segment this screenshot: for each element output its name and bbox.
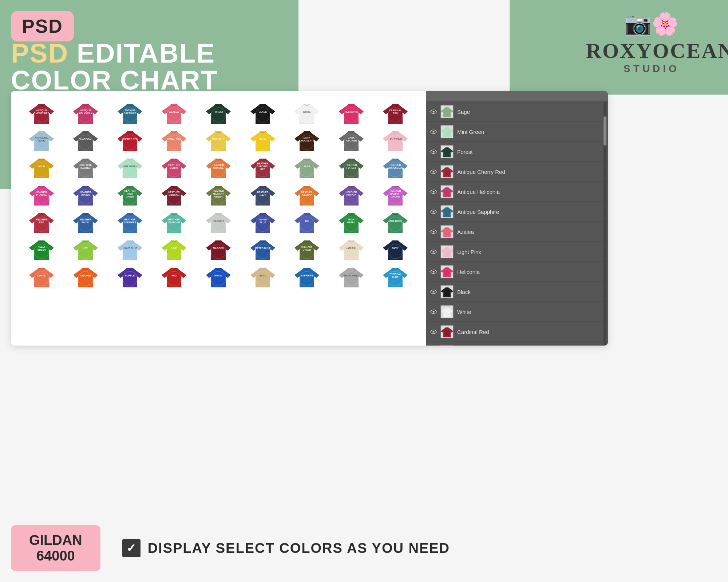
svg-marker-46 [73, 131, 98, 151]
layers-scrollbar[interactable] [604, 102, 606, 346]
layer-item[interactable]: Cardinal Red [426, 322, 608, 342]
svg-text:CARDINAL: CARDINAL [257, 165, 269, 168]
layer-thumbnail [440, 345, 454, 346]
svg-text:HEATHER: HEATHER [169, 218, 180, 221]
layer-item[interactable]: Heliconia [426, 262, 608, 282]
layer-item[interactable]: Mint Green [426, 122, 608, 142]
svg-marker-20 [206, 104, 231, 124]
layer-item[interactable]: Antique Heliconia [426, 182, 608, 202]
svg-text:RED: RED [260, 168, 265, 171]
svg-text:PURPLE: PURPLE [125, 274, 135, 277]
svg-text:ORANGE: ORANGE [80, 274, 91, 277]
layer-visibility-icon[interactable] [430, 228, 438, 236]
svg-text:IRIS: IRIS [305, 220, 309, 222]
layer-name-label: Heliconia [457, 269, 480, 275]
layer-visibility-icon[interactable] [430, 108, 438, 116]
svg-text:HEATHER: HEATHER [390, 190, 401, 192]
tshirt-grid-section: ANTIQUECHERRY RED ANTIQUEHELICONIA [11, 91, 426, 346]
svg-marker-263 [162, 268, 186, 287]
svg-text:HEATHER: HEATHER [213, 190, 224, 192]
svg-text:CORNSILK: CORNSILK [212, 138, 225, 140]
svg-text:METRO BLUE: METRO BLUE [255, 247, 271, 250]
layer-item[interactable]: White [426, 302, 608, 322]
layer-item[interactable]: Light Pink [426, 242, 608, 262]
tshirt-item: HEATHERRED [20, 209, 63, 235]
svg-text:GREEN: GREEN [347, 221, 355, 224]
layer-thumbnail [440, 265, 454, 278]
svg-text:SAND: SAND [259, 274, 266, 277]
tshirt-item: CAROLINABLUE [20, 127, 63, 153]
svg-text:NAVY: NAVY [392, 247, 399, 250]
svg-text:HEATHER: HEATHER [124, 218, 135, 221]
svg-text:CORAL SILK: CORAL SILK [167, 138, 182, 140]
layer-visibility-icon[interactable] [430, 208, 438, 216]
tshirt-item: TROPICALBLUE [374, 264, 417, 290]
layer-visibility-icon[interactable] [430, 148, 438, 156]
svg-text:ANTIQUE: ANTIQUE [80, 109, 91, 112]
svg-text:RADIANT: RADIANT [390, 192, 401, 195]
display-text-area: ✓ DISPLAY SELECT COLORS AS YOU NEED [122, 539, 450, 557]
svg-marker-109 [294, 159, 319, 178]
title-psd-colored: PSD [11, 38, 68, 68]
layer-visibility-icon[interactable] [430, 308, 438, 316]
layer-item[interactable]: Carolina Blue [426, 342, 608, 346]
layer-visibility-icon[interactable] [430, 288, 438, 296]
svg-text:NATURAL: NATURAL [345, 247, 357, 250]
layer-item[interactable]: Antique Sapphire [426, 202, 608, 222]
layer-visibility-icon[interactable] [430, 188, 438, 196]
display-label: DISPLAY SELECT COLORS AS YOU NEED [148, 541, 450, 556]
tshirt-item: NAVY [374, 236, 417, 262]
svg-marker-335 [441, 287, 453, 297]
tshirt-item: ANTIQUEHELICONIA [64, 100, 107, 126]
layer-item[interactable]: Sage [426, 102, 608, 122]
layer-item[interactable]: Black [426, 282, 608, 302]
svg-point-338 [433, 311, 435, 313]
svg-text:LIME: LIME [171, 247, 177, 250]
layer-thumbnail [440, 185, 454, 198]
layer-name-label: Sage [457, 109, 470, 115]
main-title: PSD EDITABLE COLOR CHART [11, 40, 218, 94]
tshirt-item: SAND [241, 264, 284, 290]
svg-text:SEAFOAM: SEAFOAM [168, 221, 180, 224]
tshirt-item: HEATHERCARDINALRED [241, 155, 284, 180]
svg-marker-255 [73, 268, 98, 287]
layer-item[interactable]: Azalea [426, 222, 608, 242]
layer-item[interactable]: → Antique Cherry Red [426, 162, 608, 182]
svg-point-293 [433, 131, 435, 133]
svg-text:WHITE: WHITE [303, 111, 311, 113]
tshirt-item: DARKCHOCOLATE [285, 127, 328, 153]
layer-visibility-icon[interactable] [430, 248, 438, 256]
layer-thumbnail [440, 325, 454, 338]
tshirt-item: FOREST [197, 100, 240, 126]
layer-visibility-icon[interactable] [430, 328, 438, 336]
layers-scrollbar-thumb[interactable] [604, 116, 606, 146]
tshirt-item: IRISHGREEN [330, 209, 373, 235]
svg-text:DARK: DARK [348, 136, 355, 139]
svg-text:RED: RED [393, 112, 398, 115]
tshirt-item: HEATHERINDIGO [64, 182, 107, 208]
svg-marker-54 [162, 131, 186, 151]
logo-area: 📷🌸 ROXYOCEAN STUDIO [586, 11, 717, 75]
svg-text:HEATHER: HEATHER [80, 191, 91, 194]
svg-text:CHERRY RED: CHERRY RED [122, 138, 138, 140]
svg-text:KIWI: KIWI [83, 247, 88, 250]
svg-point-323 [433, 251, 435, 253]
svg-text:ORANGE: ORANGE [213, 167, 224, 169]
svg-marker-209 [383, 213, 408, 233]
psd-badge: PSD [11, 11, 74, 41]
layer-visibility-icon[interactable] [430, 268, 438, 276]
layer-thumbnail [440, 165, 454, 178]
svg-text:MILITARY: MILITARY [213, 192, 224, 195]
layer-visibility-icon[interactable] [430, 128, 438, 136]
layer-name-label: Forest [457, 149, 473, 155]
layer-item[interactable]: Forest [426, 142, 608, 162]
svg-text:ANTIQUE: ANTIQUE [124, 109, 135, 112]
svg-text:FOREST: FOREST [346, 167, 356, 169]
layer-visibility-icon[interactable] [430, 168, 438, 176]
svg-text:RED: RED [39, 221, 44, 224]
svg-text:HEATHER: HEATHER [80, 167, 91, 169]
tshirt-item: DAISY [241, 127, 284, 153]
svg-marker-50 [118, 131, 142, 151]
main-card: ANTIQUECHERRY RED ANTIQUEHELICONIA [11, 91, 608, 346]
tshirt-item: HEATHERORANGE [197, 155, 240, 180]
